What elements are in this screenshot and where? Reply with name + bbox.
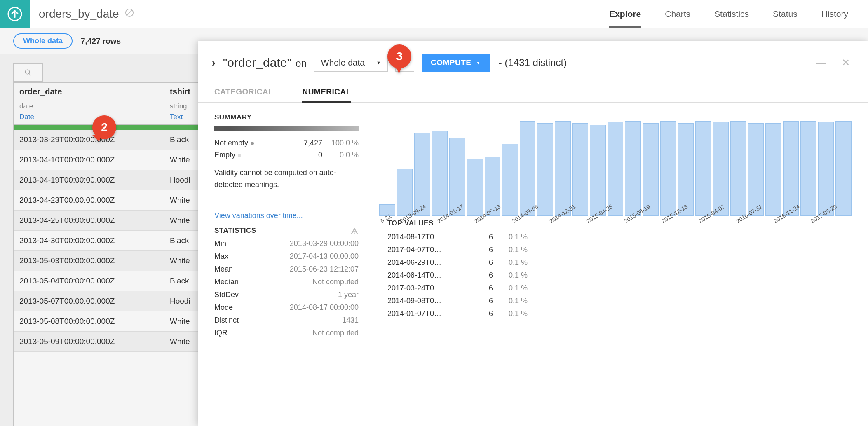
empty-pct: 0.0 % xyxy=(330,151,359,159)
cell-order-date: 2013-05-09T00:00:00.000Z xyxy=(14,332,164,351)
caret-down-icon: ▼ xyxy=(376,60,381,65)
column-header-order-date[interactable]: order_date date Date xyxy=(14,83,164,124)
histogram-bar xyxy=(800,121,816,216)
histogram-bar xyxy=(502,144,518,216)
top-value-row: 2017-03-24T0…60.1 % xyxy=(387,282,856,295)
top-value-row: 2014-08-14T0…60.1 % xyxy=(387,269,856,282)
cell-order-date: 2013-05-03T00:00:00.000Z xyxy=(14,251,164,271)
tab-charts[interactable]: Charts xyxy=(665,0,690,28)
histogram-bar xyxy=(783,121,799,216)
on-label: on xyxy=(296,58,307,69)
column-analysis-panel: › "order_date" on Whole data ▼ COMPUTE ▼… xyxy=(198,41,868,426)
tab-status[interactable]: Status xyxy=(773,0,798,28)
column-meaning[interactable]: Date xyxy=(19,113,158,121)
stat-row: Mean2015-06-23 12:12:07 xyxy=(214,263,359,276)
cell-order-date: 2013-04-23T00:00:00.000Z xyxy=(14,190,164,210)
empty-label: Empty xyxy=(214,151,235,159)
summary-bar xyxy=(214,126,359,131)
cell-order-date: 2013-05-07T00:00:00.000Z xyxy=(14,291,164,311)
dot-icon xyxy=(251,142,254,145)
histogram-bar xyxy=(467,159,483,216)
histogram-bar xyxy=(730,121,746,216)
caret-down-icon: ▼ xyxy=(476,61,480,65)
warning-icon xyxy=(350,227,359,236)
cell-order-date: 2013-05-08T00:00:00.000Z xyxy=(14,311,164,331)
tab-statistics[interactable]: Statistics xyxy=(714,0,749,28)
histogram-bar xyxy=(590,125,606,216)
column-type: date xyxy=(19,102,158,110)
scope-value: Whole data xyxy=(321,58,365,68)
compute-label: COMPUTE xyxy=(431,58,472,67)
dataset-name: orders_by_date xyxy=(39,7,119,21)
stat-row: Max2017-04-13 00:00:00 xyxy=(214,250,359,263)
sample-pill[interactable]: Whole data xyxy=(13,33,73,49)
dot-icon xyxy=(238,154,241,157)
histogram-bar xyxy=(555,121,571,216)
tab-history[interactable]: History xyxy=(821,0,848,28)
cell-order-date: 2013-04-25T00:00:00.000Z xyxy=(14,211,164,230)
annotation-badge-3: 3 xyxy=(387,44,411,72)
main-tabs: Explore Charts Statistics Status History xyxy=(609,0,868,28)
stat-row: IQRNot computed xyxy=(214,327,359,339)
app-logo[interactable] xyxy=(0,0,30,28)
scope-select[interactable]: Whole data ▼ xyxy=(314,54,388,72)
view-variations-link[interactable]: View variations over time... xyxy=(214,211,359,220)
row-count: 7,427 rows xyxy=(81,37,121,46)
statistics-heading: STATISTICS xyxy=(214,227,256,235)
cell-order-date: 2013-04-19T00:00:00.000Z xyxy=(14,170,164,190)
histogram-bar xyxy=(765,123,781,216)
compute-button[interactable]: COMPUTE ▼ xyxy=(422,54,490,72)
histogram-bar xyxy=(678,123,694,216)
minimize-button[interactable]: — xyxy=(812,55,830,70)
svg-line-2 xyxy=(127,10,132,16)
column-name: order_date xyxy=(19,87,158,96)
upload-circle-icon xyxy=(7,6,23,22)
search-icon xyxy=(24,69,32,76)
histogram-bar xyxy=(713,122,729,216)
tab-explore[interactable]: Explore xyxy=(609,0,641,28)
cell-order-date: 2013-04-10T00:00:00.000Z xyxy=(14,150,164,170)
histogram-bar xyxy=(835,121,852,216)
summary-note: Validity cannot be computed on auto-dete… xyxy=(214,167,359,191)
cell-order-date: 2013-04-30T00:00:00.000Z xyxy=(14,231,164,250)
stat-row: Min2013-03-29 00:00:00 xyxy=(214,237,359,250)
histogram-bar xyxy=(748,123,764,216)
not-empty-label: Not empty xyxy=(214,139,248,147)
analysis-column-name: "order_date" xyxy=(223,56,291,70)
histogram-bar xyxy=(695,121,711,216)
stat-row: Mode2014-08-17 00:00:00 xyxy=(214,301,359,314)
stat-row: StdDev1 year xyxy=(214,288,359,301)
histogram-bar xyxy=(449,138,465,216)
histogram-bar xyxy=(520,121,536,216)
histogram-bar xyxy=(608,122,624,216)
histogram-bar xyxy=(818,122,834,216)
histogram-bar xyxy=(643,123,659,216)
top-value-row: 2014-06-29T0…60.1 % xyxy=(387,256,856,269)
tab-numerical[interactable]: NUMERICAL xyxy=(302,87,351,102)
cell-order-date: 2013-05-04T00:00:00.000Z xyxy=(14,271,164,291)
histogram-chart xyxy=(375,113,856,216)
close-button[interactable]: ✕ xyxy=(838,55,854,70)
not-empty-count: 7,427 xyxy=(299,139,322,147)
not-empty-pct: 100.0 % xyxy=(330,139,359,147)
visibility-icon xyxy=(125,8,134,19)
column-search[interactable] xyxy=(13,63,43,82)
annotation-badge-2: 2 xyxy=(92,115,116,143)
histogram-bar xyxy=(625,121,641,216)
tab-categorical[interactable]: CATEGORICAL xyxy=(214,87,273,102)
chevron-right-icon[interactable]: › xyxy=(212,56,216,69)
top-value-row: 2014-01-07T0…60.1 % xyxy=(387,307,856,320)
distinct-count: - (1431 distinct) xyxy=(499,57,567,68)
top-value-row: 2017-04-07T0…60.1 % xyxy=(387,243,856,256)
empty-count: 0 xyxy=(299,151,322,159)
histogram-bar xyxy=(537,123,553,216)
stat-row: Distinct1431 xyxy=(214,314,359,327)
svg-point-3 xyxy=(25,70,30,74)
top-value-row: 2014-09-08T0…60.1 % xyxy=(387,295,856,307)
histogram-bar xyxy=(432,131,448,216)
histogram-bar xyxy=(397,169,413,216)
histogram-bar xyxy=(660,121,676,216)
histogram-bar xyxy=(572,123,589,216)
svg-line-4 xyxy=(29,73,31,75)
stat-row: MedianNot computed xyxy=(214,276,359,288)
